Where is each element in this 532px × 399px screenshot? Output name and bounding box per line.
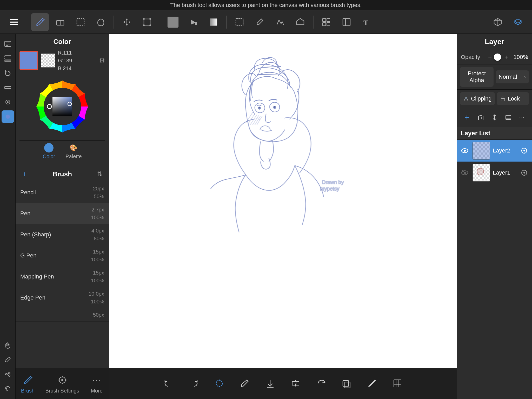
brush-name-pen: Pen <box>20 210 30 217</box>
sidebar-hand-button[interactable] <box>2 339 14 351</box>
bottom-toolbar: Brush Brush Settings ··· More <box>16 368 109 399</box>
layer-item-layer2[interactable]: Layer2 <box>457 140 532 162</box>
canvas-transform-lasso-button[interactable] <box>210 375 228 392</box>
canvas-eyedropper-button[interactable] <box>236 375 254 392</box>
eyedropper-button[interactable] <box>251 13 269 31</box>
left-panel: Color R:111 G:139 B:214 ⚙ <box>16 34 109 399</box>
sketch-drawing: Drawn by mypetsy <box>109 34 457 368</box>
canvas-area[interactable]: Drawn by mypetsy <box>109 34 457 399</box>
opacity-minus-button[interactable]: − <box>487 54 493 61</box>
layer2-visibility-button[interactable] <box>460 145 470 156</box>
svg-point-91 <box>523 150 525 151</box>
bottom-tool-more[interactable]: ··· More <box>90 373 103 394</box>
brush-item-g-pen[interactable]: G Pen 15px100% <box>16 245 109 266</box>
opacity-plus-button[interactable]: + <box>504 54 510 61</box>
brush-panel-title: Brush <box>30 170 95 178</box>
delete-layer-button[interactable] <box>474 111 488 124</box>
canvas-redo-button[interactable] <box>185 375 203 392</box>
layer1-settings-button[interactable] <box>519 168 529 178</box>
brush-sort-button[interactable]: ⇅ <box>95 169 105 179</box>
canvas-flip-button[interactable] <box>287 375 304 392</box>
eraser-tool-button[interactable] <box>51 13 69 31</box>
brush-item-pen[interactable]: Pen 2.7px100% <box>16 203 109 224</box>
svg-rect-36 <box>5 87 11 89</box>
sidebar-undo-button[interactable] <box>2 67 14 79</box>
protect-alpha-button[interactable]: Protect Alpha <box>460 67 494 87</box>
sidebar-ruler-button[interactable] <box>2 81 14 94</box>
color-tabs: Color 🎨 Palette <box>19 140 105 162</box>
selection-tool-button[interactable] <box>72 13 89 31</box>
brush-item-pen-sharp[interactable]: Pen (Sharp) 4.0px80% <box>16 224 109 245</box>
brush-name-mapping-pen: Mapping Pen <box>20 273 54 280</box>
fill-tool-button[interactable] <box>184 13 202 31</box>
move-tool-button[interactable] <box>118 13 136 31</box>
normal-blend-button[interactable]: Normal › <box>496 70 529 83</box>
color-wheel[interactable] <box>31 75 94 138</box>
3d-button[interactable] <box>489 13 507 31</box>
bottom-tool-brush-settings[interactable]: Brush Settings <box>45 373 79 394</box>
brush-tool-button[interactable] <box>31 13 49 31</box>
more-layer-button[interactable]: ··· <box>515 111 529 124</box>
layers-button[interactable] <box>509 13 527 31</box>
lock-button[interactable]: Lock <box>497 92 529 105</box>
opacity-slider[interactable] <box>496 53 501 61</box>
layer2-settings-button[interactable] <box>519 145 529 156</box>
color-tab-color[interactable]: Color <box>43 143 55 159</box>
menu-button[interactable] <box>5 13 23 31</box>
sidebar-color-button[interactable] <box>2 110 14 123</box>
bottom-more-label: More <box>91 388 103 394</box>
layer1-visibility-button[interactable] <box>460 168 470 178</box>
canvas-pen-button[interactable] <box>363 375 381 392</box>
correction-button[interactable] <box>271 13 289 31</box>
svg-rect-74 <box>394 380 401 387</box>
canvas-overlay-button[interactable] <box>338 375 355 392</box>
color-tab-palette[interactable]: 🎨 Palette <box>65 143 82 159</box>
text-button[interactable]: T <box>358 13 376 31</box>
brush-item-pencil[interactable]: Pencil 20px50% <box>16 182 109 203</box>
layer-item-layer1[interactable]: Layer1 <box>457 162 532 184</box>
svg-rect-5 <box>77 18 84 26</box>
brush-stats-edge-pen: 10.0px100% <box>89 290 104 305</box>
mesh-button[interactable] <box>317 13 335 31</box>
blend-row: Protect Alpha Normal › <box>457 64 532 90</box>
brush-item-edge-pen[interactable]: Edge Pen 10.0px100% <box>16 287 109 308</box>
color-wheel-container[interactable] <box>19 75 105 138</box>
color-tab-palette-label: Palette <box>65 154 82 159</box>
add-layer-button[interactable]: + <box>460 111 474 124</box>
svg-marker-28 <box>514 19 522 23</box>
brush-item-extra[interactable]: 50px <box>16 308 109 322</box>
brush-item-mapping-pen[interactable]: Mapping Pen 15px100% <box>16 266 109 287</box>
clipping-button[interactable]: Clipping <box>460 92 495 105</box>
sidebar-brush-button[interactable] <box>2 96 14 108</box>
sidebar-eyedropper-button[interactable] <box>2 354 14 366</box>
flatten-layer-button[interactable] <box>502 111 515 124</box>
svg-point-48 <box>5 374 7 375</box>
trim-button[interactable] <box>338 13 355 31</box>
transform-tool-button[interactable] <box>138 13 156 31</box>
sidebar-list-button[interactable] <box>2 52 14 65</box>
color-settings-button[interactable]: ⚙ <box>99 57 105 65</box>
right-panel: Layer Opacity − + 100% Protect Alpha Nor… <box>457 34 532 399</box>
opacity-thumb[interactable] <box>494 54 501 61</box>
fill-color-button[interactable] <box>164 13 182 31</box>
brush-add-button[interactable]: + <box>19 169 30 179</box>
canvas-rotate-button[interactable] <box>312 375 330 392</box>
canvas-undo-button[interactable] <box>159 375 177 392</box>
layer1-name: Layer1 <box>493 169 516 176</box>
secondary-color-swatch[interactable] <box>41 53 55 68</box>
svg-rect-51 <box>52 97 72 116</box>
canvas-save-button[interactable] <box>261 375 279 392</box>
sidebar-share-button[interactable] <box>2 368 14 381</box>
svg-rect-71 <box>343 381 349 386</box>
lasso-tool-button[interactable] <box>92 13 110 31</box>
primary-color-swatch[interactable] <box>19 51 38 70</box>
canvas-white[interactable]: Drawn by mypetsy <box>109 34 457 368</box>
erase-select-button[interactable] <box>291 13 309 31</box>
merge-layer-button[interactable] <box>488 111 501 124</box>
gradient-tool-button[interactable] <box>205 13 222 31</box>
bottom-tool-brush[interactable]: Brush <box>21 373 35 394</box>
canvas-grid-button[interactable] <box>389 375 406 392</box>
sidebar-back-button[interactable] <box>2 383 14 395</box>
sidebar-history-button[interactable] <box>2 38 14 50</box>
rect-select-button[interactable] <box>231 13 248 31</box>
